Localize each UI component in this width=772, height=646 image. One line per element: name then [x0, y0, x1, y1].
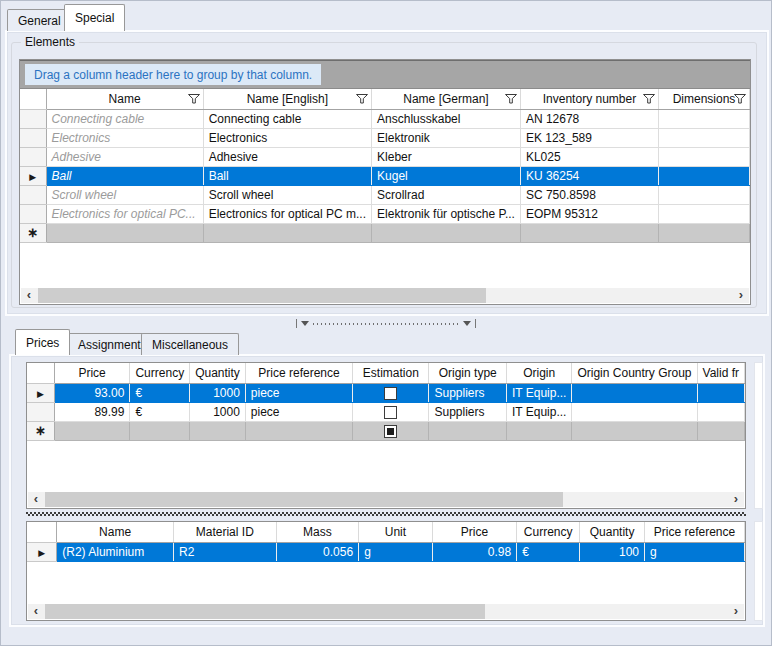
column-header-unit[interactable]: Unit — [359, 522, 433, 542]
cell-name[interactable]: Electronics for optical PC... — [46, 204, 203, 223]
table-row[interactable]: Electronics for optical PC... Electronic… — [20, 204, 750, 223]
row-indicator[interactable] — [20, 147, 46, 166]
cell-origin-country-group[interactable] — [572, 383, 697, 402]
cell-price-reference[interactable]: piece — [245, 402, 352, 421]
cell-inventory-number[interactable]: AN 12678 — [520, 109, 658, 128]
cell-name-german[interactable]: Elektronik für optische P... — [372, 204, 521, 223]
table-row[interactable]: 89.99 € 1000 piece Suppliers IT Equip... — [27, 402, 745, 421]
filter-icon[interactable] — [188, 94, 200, 104]
vertical-scrollbar[interactable] — [754, 362, 763, 509]
collapse-down-icon[interactable] — [301, 321, 309, 326]
column-header-quantity[interactable]: Quantity — [580, 522, 645, 542]
collapse-down-icon[interactable] — [463, 321, 471, 326]
cell-origin-type[interactable]: Suppliers — [429, 383, 506, 402]
cell-dimensions[interactable] — [659, 204, 750, 223]
cell-price[interactable]: 0.98 — [432, 542, 516, 561]
cell-empty[interactable] — [190, 421, 246, 440]
cell-currency[interactable]: € — [517, 542, 580, 561]
cell-origin[interactable]: IT Equip... — [506, 383, 571, 402]
column-header-price[interactable]: Price — [432, 522, 516, 542]
row-indicator[interactable]: ▶ — [27, 383, 54, 402]
filter-icon[interactable] — [643, 94, 655, 104]
column-header-price[interactable]: Price — [54, 363, 130, 383]
filter-icon[interactable] — [505, 94, 517, 104]
tab-prices[interactable]: Prices — [15, 329, 70, 355]
row-indicator[interactable] — [27, 402, 54, 421]
column-header-price-reference[interactable]: Price reference — [245, 363, 352, 383]
tab-general[interactable]: General — [7, 9, 72, 31]
cell-name[interactable]: (R2) Aluminium — [57, 542, 174, 561]
scroll-right-icon[interactable]: › — [733, 288, 749, 303]
cell-origin-type[interactable]: Suppliers — [429, 402, 506, 421]
cell-unit[interactable]: g — [359, 542, 433, 561]
column-header-name-english[interactable]: Name [English] — [203, 89, 371, 109]
new-row-indicator[interactable]: ∗ — [27, 421, 54, 440]
estimation-checkbox[interactable] — [384, 406, 397, 419]
cell-inventory-number[interactable]: SC 750.8598 — [520, 185, 658, 204]
cell-name-german[interactable]: Anschlusskabel — [372, 109, 521, 128]
table-row-selected[interactable]: ▶ (R2) Aluminium R2 0.056 g 0.98 € 100 g — [27, 542, 745, 561]
cell-currency[interactable]: € — [130, 402, 190, 421]
cell-name-english[interactable]: Adhesive — [203, 147, 371, 166]
cell-empty[interactable] — [572, 421, 697, 440]
cell-material-id[interactable]: R2 — [173, 542, 276, 561]
cell-price-reference[interactable]: piece — [245, 383, 352, 402]
row-indicator[interactable] — [20, 185, 46, 204]
cell-empty[interactable] — [372, 223, 521, 242]
scrollbar-thumb[interactable] — [38, 288, 486, 303]
column-header-estimation[interactable]: Estimation — [353, 363, 429, 383]
cell-name[interactable]: Adhesive — [46, 147, 203, 166]
column-header-quantity[interactable]: Quantity — [190, 363, 246, 383]
cell-inventory-number[interactable]: KL025 — [520, 147, 658, 166]
row-indicator[interactable] — [20, 204, 46, 223]
scroll-left-icon[interactable]: ‹ — [21, 288, 37, 303]
tab-special[interactable]: Special — [64, 4, 125, 31]
cell-name-german[interactable]: Scrollrad — [372, 185, 521, 204]
cell-dimensions[interactable] — [659, 109, 750, 128]
column-header-price-reference[interactable]: Price reference — [645, 522, 745, 542]
cell-quantity[interactable]: 100 — [580, 542, 645, 561]
cell-quantity[interactable]: 1000 — [190, 402, 246, 421]
horizontal-scrollbar[interactable]: ‹ › — [21, 288, 749, 303]
cell-name[interactable]: Ball — [46, 166, 203, 185]
filter-icon[interactable] — [356, 94, 368, 104]
estimation-checkbox-indeterminate[interactable] — [384, 425, 397, 438]
estimation-checkbox[interactable] — [384, 387, 397, 400]
cell-currency[interactable]: € — [130, 383, 190, 402]
new-row[interactable]: ∗ — [27, 421, 745, 440]
cell-empty[interactable] — [429, 421, 506, 440]
cell-dimensions[interactable] — [659, 147, 750, 166]
row-indicator[interactable] — [20, 128, 46, 147]
column-header-name-german[interactable]: Name [German] — [372, 89, 521, 109]
table-row[interactable]: Scroll wheel Scroll wheel Scrollrad SC 7… — [20, 185, 750, 204]
scroll-left-icon[interactable]: ‹ — [28, 492, 44, 507]
row-indicator[interactable] — [20, 109, 46, 128]
column-header-inventory-number[interactable]: Inventory number — [520, 89, 658, 109]
cell-quantity[interactable]: 1000 — [190, 383, 246, 402]
cell-dimensions[interactable] — [659, 128, 750, 147]
filter-icon[interactable] — [734, 94, 746, 104]
splitter-grip[interactable] — [313, 323, 459, 325]
table-row-selected[interactable]: ▶ 93.00 € 1000 piece Suppliers IT Equip.… — [27, 383, 745, 402]
column-header-dimensions[interactable]: Dimensions — [659, 89, 750, 109]
scroll-right-icon[interactable]: › — [728, 492, 744, 507]
column-header-origin[interactable]: Origin — [506, 363, 571, 383]
column-header-material-id[interactable]: Material ID — [173, 522, 276, 542]
horizontal-scrollbar[interactable]: ‹ › — [28, 604, 744, 619]
scroll-left-icon[interactable]: ‹ — [28, 604, 44, 619]
vertical-scrollbar[interactable] — [754, 521, 763, 621]
cell-empty[interactable] — [520, 223, 658, 242]
cell-dimensions[interactable] — [659, 166, 750, 185]
cell-name[interactable]: Electronics — [46, 128, 203, 147]
cell-name-english[interactable]: Scroll wheel — [203, 185, 371, 204]
row-indicator[interactable]: ▶ — [20, 166, 46, 185]
cell-valid-from[interactable] — [697, 402, 745, 421]
cell-origin[interactable]: IT Equip... — [506, 402, 571, 421]
column-header-currency[interactable]: Currency — [517, 522, 580, 542]
cell-price[interactable]: 93.00 — [54, 383, 130, 402]
cell-price[interactable]: 89.99 — [54, 402, 130, 421]
cell-name-english[interactable]: Connecting cable — [203, 109, 371, 128]
cell-empty[interactable] — [245, 421, 352, 440]
table-row[interactable]: Connecting cable Connecting cable Anschl… — [20, 109, 750, 128]
horizontal-scrollbar[interactable]: ‹ › — [28, 492, 744, 507]
